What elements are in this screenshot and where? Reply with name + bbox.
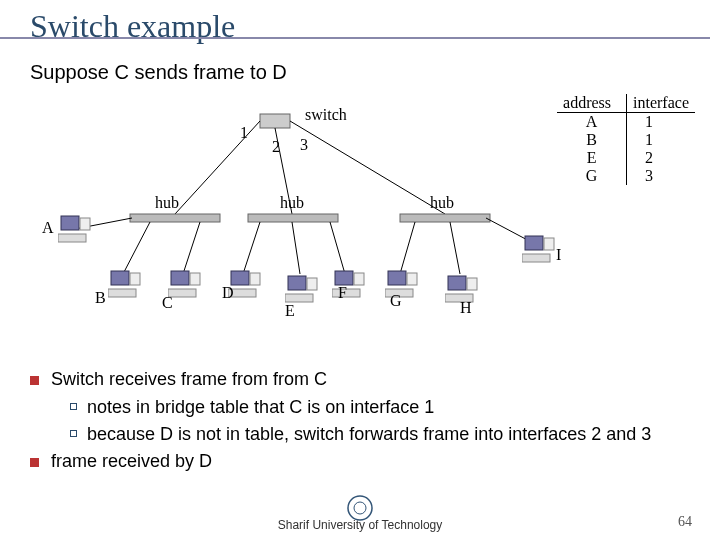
cell-addr: E: [557, 149, 627, 167]
svg-line-10: [243, 222, 260, 274]
port-3-label: 3: [300, 136, 308, 154]
bullet-marker-icon: [30, 376, 39, 385]
svg-rect-27: [250, 273, 260, 285]
svg-line-14: [450, 222, 460, 274]
sub-bullet-2-text: because D is not in table, switch forwar…: [87, 423, 651, 446]
bullet-1: Switch receives frame from from C: [30, 369, 690, 390]
col-address: address: [557, 94, 627, 112]
bullet-marker-icon: [30, 458, 39, 467]
port-1-label: 1: [240, 124, 248, 142]
host-e-label: E: [285, 302, 295, 320]
svg-rect-40: [525, 236, 543, 250]
host-h-label: H: [460, 299, 472, 317]
host-i-label: I: [556, 246, 561, 264]
cell-addr: B: [557, 131, 627, 149]
switch-label: switch: [305, 106, 347, 124]
host-c-label: C: [162, 294, 173, 312]
bullet-list: Switch receives frame from from C notes …: [0, 364, 720, 483]
svg-rect-5: [248, 214, 338, 222]
sub-bullet-1-text: notes in bridge table that C is on inter…: [87, 396, 434, 419]
svg-point-44: [354, 502, 366, 514]
svg-rect-28: [288, 276, 306, 290]
svg-rect-22: [171, 271, 189, 285]
sub-bullet-1: notes in bridge table that C is on inter…: [70, 396, 690, 419]
cell-if: 2: [627, 149, 659, 167]
svg-rect-29: [285, 294, 313, 302]
host-d-label: D: [222, 284, 234, 302]
cell-if: 1: [627, 113, 659, 131]
footer-text: Sharif University of Technology: [0, 518, 720, 532]
bullet-2: frame received by D: [30, 451, 690, 472]
svg-rect-33: [354, 273, 364, 285]
svg-rect-20: [108, 289, 136, 297]
cell-if: 3: [627, 167, 659, 185]
svg-line-8: [123, 222, 150, 274]
network-diagram: switch 1 2 3 hub hub hub A B C D E F G H…: [0, 94, 720, 364]
sub-bullet-list: notes in bridge table that C is on inter…: [30, 396, 690, 447]
svg-rect-16: [61, 216, 79, 230]
table-row: A 1: [557, 113, 695, 131]
svg-rect-4: [130, 214, 220, 222]
host-a-icon: [58, 214, 92, 244]
svg-rect-21: [130, 273, 140, 285]
svg-rect-36: [407, 273, 417, 285]
host-a-label: A: [42, 219, 54, 237]
bridge-table: address interface A 1 B 1 E 2 G 3: [557, 94, 695, 185]
svg-rect-37: [448, 276, 466, 290]
hub-3-label: hub: [430, 194, 454, 212]
title-underline: [0, 37, 710, 39]
svg-line-13: [400, 222, 415, 274]
slide-subtitle: Suppose C sends frame to D: [0, 51, 720, 94]
table-row: B 1: [557, 131, 695, 149]
hub-1-label: hub: [155, 194, 179, 212]
bridge-table-header: address interface: [557, 94, 695, 113]
cell-addr: A: [557, 113, 627, 131]
svg-rect-18: [80, 218, 90, 230]
table-row: G 3: [557, 167, 695, 185]
svg-rect-39: [467, 278, 477, 290]
svg-line-12: [330, 222, 345, 274]
port-2-label: 2: [272, 138, 280, 156]
host-b-label: B: [95, 289, 106, 307]
svg-line-11: [292, 222, 300, 274]
cell-if: 1: [627, 131, 659, 149]
table-row: E 2: [557, 149, 695, 167]
host-i-icon: [522, 234, 556, 264]
bullet-1-text: Switch receives frame from from C: [51, 369, 327, 390]
host-f-label: F: [338, 284, 347, 302]
page-number: 64: [678, 514, 692, 530]
svg-rect-34: [388, 271, 406, 285]
col-interface: interface: [627, 94, 695, 112]
cell-addr: G: [557, 167, 627, 185]
sub-bullet-2: because D is not in table, switch forwar…: [70, 423, 690, 446]
svg-rect-25: [231, 271, 249, 285]
svg-line-9: [183, 222, 200, 274]
host-g-label: G: [390, 292, 402, 310]
host-e-icon: [285, 274, 319, 304]
svg-rect-24: [190, 273, 200, 285]
sub-bullet-marker-icon: [70, 430, 77, 437]
host-c-icon: [168, 269, 202, 299]
bullet-2-text: frame received by D: [51, 451, 212, 472]
slide-title: Switch example: [0, 0, 720, 49]
svg-rect-41: [522, 254, 550, 262]
svg-rect-19: [111, 271, 129, 285]
svg-rect-17: [58, 234, 86, 242]
svg-rect-0: [260, 114, 290, 128]
svg-rect-42: [544, 238, 554, 250]
svg-point-43: [348, 496, 372, 520]
svg-line-3: [290, 121, 445, 214]
host-b-icon: [108, 269, 142, 299]
svg-rect-30: [307, 278, 317, 290]
hub-2-label: hub: [280, 194, 304, 212]
sub-bullet-marker-icon: [70, 403, 77, 410]
svg-rect-6: [400, 214, 490, 222]
svg-rect-31: [335, 271, 353, 285]
